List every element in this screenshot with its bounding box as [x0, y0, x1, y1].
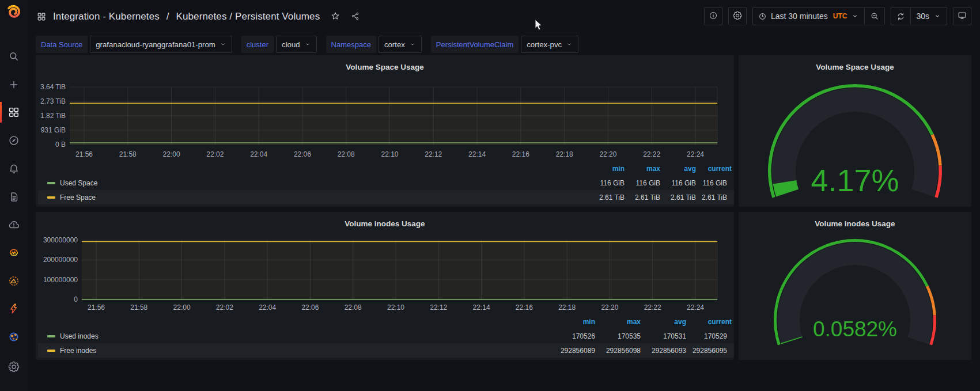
svg-text:21:56: 21:56 [88, 303, 105, 312]
svg-text:22:24: 22:24 [687, 303, 704, 312]
refresh-group: 30s [891, 7, 947, 25]
svg-text:22:18: 22:18 [558, 303, 576, 312]
refresh-icon [896, 12, 905, 21]
variable-value-dropdown[interactable]: cortex-pvc [521, 36, 578, 53]
sidebar-item-k6[interactable] [0, 297, 28, 320]
panel-volume-space-usage-graph: Volume Space Usage0 B931 GiB1.82 TiB2.73… [36, 55, 734, 207]
panel-info-button[interactable] [704, 7, 722, 25]
sidebar-item-synthetic-monitoring[interactable] [0, 325, 28, 348]
svg-text:0: 0 [74, 295, 78, 303]
svg-text:22:18: 22:18 [556, 150, 573, 158]
svg-text:931 GiB: 931 GiB [41, 126, 66, 134]
svg-text:100000000: 100000000 [43, 276, 78, 284]
legend-series-used-space[interactable]: Used Space [38, 179, 591, 187]
legend-col-current[interactable]: current [688, 314, 734, 329]
time-range-picker[interactable]: Last 30 minutes UTC [753, 7, 865, 25]
svg-text:22:14: 22:14 [473, 303, 490, 312]
svg-text:22:00: 22:00 [173, 303, 191, 312]
sidebar-item-explore[interactable] [0, 129, 28, 152]
legend-col-avg[interactable]: avg [643, 314, 688, 329]
sidebar-item-cloud-alerts[interactable] [0, 213, 28, 236]
bolt-icon [8, 303, 20, 314]
gauge-value-text: 4.17% [739, 165, 971, 196]
variable-label: Data Source [36, 36, 88, 53]
star-icon [331, 12, 340, 22]
legend-col-min[interactable]: min [591, 161, 627, 176]
sidebar-item-incident[interactable] [0, 269, 28, 293]
timezone-label: UTC [833, 12, 847, 20]
legend-series-free-inodes[interactable]: Free inodes [38, 347, 552, 355]
compass-icon [8, 135, 20, 146]
chevron-down-icon [304, 41, 311, 48]
svg-text:22:24: 22:24 [687, 150, 704, 158]
sidebar-item-search[interactable] [0, 45, 28, 68]
star-button[interactable] [331, 12, 340, 22]
refresh-button[interactable] [891, 7, 910, 25]
globe-icon [8, 331, 20, 343]
sidebar-item-settings[interactable] [0, 355, 28, 378]
chevron-down-icon [933, 12, 941, 20]
variable-value-dropdown[interactable]: cloud [276, 36, 317, 53]
sidebar-item-create[interactable] [0, 73, 28, 96]
zoom-out-icon [870, 12, 879, 21]
cloud-alert-icon [8, 219, 20, 230]
series-color-swatch [47, 182, 55, 184]
toolbar-actions: Last 30 minutes UTC 30s [704, 7, 971, 25]
legend-row: Used inodes170526170535170531170529 [38, 329, 734, 343]
legend-header-row: minmaxavgcurrent [38, 314, 734, 329]
legend-stat: 2.61 TiB [698, 190, 734, 204]
chevron-down-icon [409, 41, 416, 48]
breadcrumb-title[interactable]: Kubernetes / Persistent Volumes [176, 11, 320, 22]
tv-mode-button[interactable] [953, 7, 971, 25]
svg-text:1.82 TiB: 1.82 TiB [40, 112, 66, 120]
variable-value-dropdown[interactable]: grafanacloud-ryanggrafana01-prom [90, 36, 232, 53]
breadcrumb-folder[interactable]: Integration - Kubernetes [53, 11, 160, 22]
time-picker-group: Last 30 minutes UTC [752, 7, 886, 25]
svg-text:22:20: 22:20 [599, 150, 616, 158]
plus-icon [8, 79, 20, 90]
svg-text:3.64 TiB: 3.64 TiB [40, 83, 66, 91]
variable-persistentvolumeclaim: PersistentVolumeClaimcortex-pvc [431, 36, 578, 53]
svg-text:22:10: 22:10 [387, 303, 404, 312]
legend-stat: 116 GiB [627, 176, 663, 190]
sidebar-item-docs[interactable] [0, 185, 28, 208]
sidebar-item-alerting[interactable] [0, 157, 28, 180]
legend-series-free-space[interactable]: Free Space [38, 193, 591, 202]
grafana-logo[interactable] [0, 0, 28, 24]
svg-text:22:08: 22:08 [338, 150, 355, 158]
legend-stat: 292856093 [643, 343, 688, 358]
legend-col-max[interactable]: max [627, 161, 663, 176]
sidebar-item-machine-learning[interactable] [0, 241, 28, 264]
legend-col-max[interactable]: max [597, 314, 643, 329]
time-range-label: Last 30 minutes [771, 12, 828, 21]
svg-text:22:02: 22:02 [206, 150, 224, 158]
svg-text:22:22: 22:22 [643, 150, 660, 158]
legend-stat: 170526 [552, 329, 597, 343]
variable-label: Namespace [326, 36, 376, 53]
legend-row: Used Space116 GiB116 GiB116 GiB116 GiB [38, 176, 734, 190]
svg-text:22:06: 22:06 [294, 150, 311, 158]
legend-series-used-inodes[interactable]: Used inodes [38, 332, 552, 340]
legend-stat: 116 GiB [663, 176, 698, 190]
ml-brain-icon [8, 247, 20, 259]
zoom-out-button[interactable] [864, 7, 884, 25]
clock-icon [758, 12, 767, 21]
dashboard-settings-button[interactable] [728, 7, 747, 25]
legend-col-avg[interactable]: avg [663, 161, 698, 176]
variable-cluster: clustercloud [241, 36, 317, 53]
legend-stat: 170535 [597, 329, 643, 343]
apps-icon [37, 12, 46, 21]
document-icon [8, 191, 20, 203]
refresh-interval-picker[interactable]: 30s [910, 7, 947, 25]
legend-col-current[interactable]: current [698, 161, 734, 176]
legend-stat: 170531 [643, 329, 688, 343]
series-color-swatch [47, 196, 55, 199]
share-button[interactable] [351, 12, 360, 22]
variable-value-dropdown[interactable]: cortex [379, 36, 422, 53]
bell-icon [8, 163, 20, 174]
legend-col-min[interactable]: min [552, 314, 597, 329]
chevron-down-icon [220, 41, 226, 48]
sidebar-item-dashboards[interactable] [0, 101, 28, 124]
svg-text:22:08: 22:08 [345, 303, 362, 312]
variable-namespace: Namespacecortex [326, 36, 422, 53]
